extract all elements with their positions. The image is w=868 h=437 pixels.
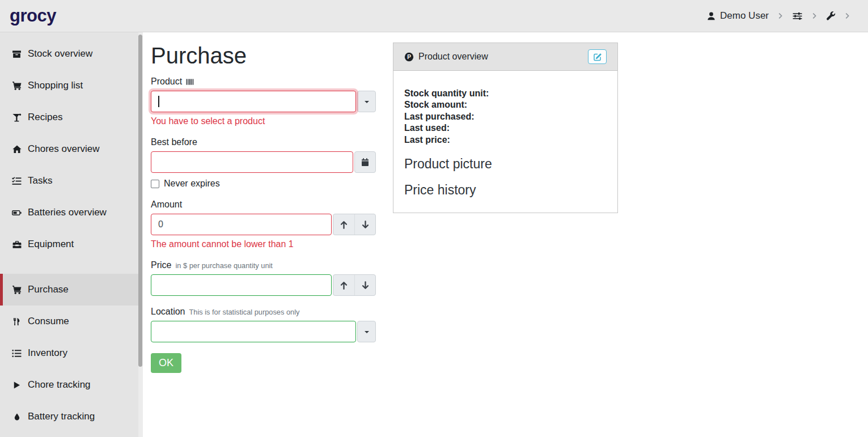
user-name: Demo User (720, 10, 769, 22)
utensils-icon (11, 317, 23, 326)
caret-down-icon (365, 331, 369, 336)
amount-input[interactable] (151, 214, 332, 235)
toolbox-icon (11, 240, 23, 249)
never-expires-checkbox[interactable] (151, 180, 159, 188)
product-label: Product (151, 77, 182, 87)
main-content: Purchase Product You have to select a pr… (143, 32, 868, 437)
arrow-up-icon (339, 220, 349, 230)
stock-info: Stock quantity unit: Stock amount: Last … (404, 88, 607, 146)
sidebar-item-batteries-overview[interactable]: Batteries overview (0, 197, 143, 228)
sidebar-scrollbar-thumb[interactable] (138, 35, 142, 367)
product-picture-heading: Product picture (404, 156, 607, 172)
amount-increase-button[interactable] (333, 214, 354, 235)
chevron-right-icon (811, 11, 818, 20)
card-title: Product overview (418, 52, 488, 62)
home-icon (11, 145, 23, 154)
arrow-down-icon (361, 220, 370, 230)
amount-decrease-button[interactable] (354, 214, 375, 235)
sidebar-item-tasks[interactable]: Tasks (0, 165, 143, 197)
sidebar-item-chores-overview[interactable]: Chores overview (0, 133, 143, 165)
price-stepper (333, 274, 376, 296)
arrow-down-icon (361, 281, 370, 290)
edit-product-button[interactable] (588, 49, 607, 64)
app-logo[interactable]: grocy (10, 6, 56, 26)
top-navbar: grocy Demo User (0, 0, 868, 32)
person-icon (706, 11, 716, 21)
price-history-heading: Price history (404, 183, 607, 198)
sidebar-item-shopping-list[interactable]: Shopping list (0, 70, 143, 101)
sidebar-item-purchase[interactable]: Purchase (0, 274, 143, 306)
sidebar-nav: Stock overview Shopping list Recipes Cho… (0, 32, 143, 432)
cocktail-icon (11, 113, 23, 122)
settings-menu-button[interactable] (792, 11, 803, 21)
sidebar-item-label: Chore tracking (28, 379, 91, 391)
price-decrease-button[interactable] (354, 275, 375, 295)
best-before-group: Best before Never expires (151, 137, 376, 189)
page-title: Purchase (151, 43, 376, 69)
pencil-square-icon (593, 52, 602, 61)
stock-amount-field: Stock amount: (404, 99, 607, 111)
product-error: You have to select a product (151, 116, 376, 126)
play-icon (11, 380, 23, 390)
product-input[interactable] (151, 91, 356, 112)
circled-p-icon: P (404, 52, 414, 62)
product-group: Product You have to select a product (151, 77, 376, 126)
price-group: Price in $ per purchase quantity unit (151, 260, 376, 296)
droplet-icon (11, 412, 23, 422)
location-input[interactable] (151, 321, 356, 342)
sidebar-item-label: Recipes (28, 112, 62, 123)
admin-menu-button[interactable] (826, 11, 836, 21)
tasks-icon (11, 176, 23, 186)
ok-button[interactable]: OK (151, 353, 181, 373)
sidebar-item-inventory[interactable]: Inventory (0, 337, 143, 369)
sidebar-item-chore-tracking[interactable]: Chore tracking (0, 369, 143, 401)
last-used-field: Last used: (404, 122, 607, 134)
price-hint: in $ per purchase quantity unit (175, 261, 272, 270)
chevron-right-icon (844, 11, 851, 20)
sidebar: Stock overview Shopping list Recipes Cho… (0, 32, 143, 437)
chevron-right-icon (777, 11, 784, 20)
location-dropdown-button[interactable] (357, 321, 376, 342)
sidebar-item-label: Equipment (28, 239, 74, 250)
price-input[interactable] (151, 274, 332, 296)
sidebar-item-recipes[interactable]: Recipes (0, 101, 143, 133)
barcode-icon (186, 78, 194, 86)
sidebar-item-consume[interactable]: Consume (0, 306, 143, 337)
location-group: Location This is for statistical purpose… (151, 307, 376, 342)
navbar-right: Demo User (706, 10, 851, 22)
sidebar-item-label: Purchase (28, 284, 69, 295)
sidebar-item-label: Consume (28, 316, 69, 327)
never-expires-label: Never expires (164, 179, 220, 189)
amount-error: The amount cannot be lower than 1 (151, 239, 376, 249)
sidebar-scrollbar[interactable] (138, 32, 143, 437)
sidebar-item-equipment[interactable]: Equipment (0, 228, 143, 260)
arrow-up-icon (339, 281, 349, 290)
battery-icon (11, 208, 23, 218)
sidebar-item-label: Stock overview (28, 48, 92, 60)
sidebar-item-label: Shopping list (28, 80, 83, 91)
location-label: Location (151, 307, 185, 317)
svg-text:P: P (407, 54, 411, 60)
sidebar-item-label: Batteries overview (28, 207, 107, 218)
sliders-icon (792, 11, 803, 21)
amount-label: Amount (151, 200, 182, 210)
best-before-input[interactable] (151, 151, 353, 173)
user-menu[interactable]: Demo User (706, 10, 769, 22)
best-before-label: Best before (151, 137, 197, 147)
price-increase-button[interactable] (333, 275, 354, 295)
sidebar-divider (0, 260, 143, 274)
sidebar-item-label: Chores overview (28, 143, 100, 155)
sidebar-item-stock-overview[interactable]: Stock overview (0, 38, 143, 70)
product-dropdown-button[interactable] (357, 91, 376, 112)
text-cursor (158, 96, 159, 107)
location-hint: This is for statistical purposes only (189, 308, 300, 316)
date-picker-button[interactable] (354, 151, 376, 173)
sidebar-item-battery-tracking[interactable]: Battery tracking (0, 401, 143, 432)
amount-stepper (333, 214, 376, 235)
price-label: Price (151, 260, 171, 270)
product-overview-card: P Product overview Stock quantity unit: … (393, 43, 618, 213)
purchase-form: Purchase Product You have to select a pr… (151, 43, 376, 373)
cart-icon (11, 285, 23, 295)
card-header: P Product overview (393, 43, 617, 71)
amount-group: Amount (151, 200, 376, 249)
